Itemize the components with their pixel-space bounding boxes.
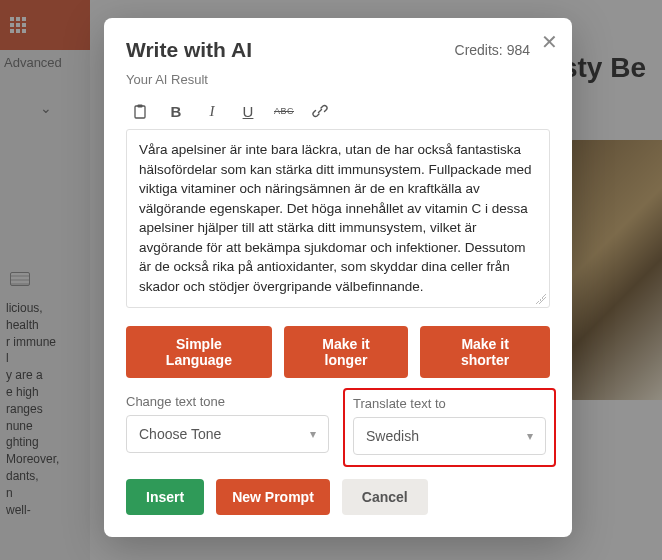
translate-select[interactable]: Swedish ▾ bbox=[353, 417, 546, 455]
underline-button[interactable]: U bbox=[238, 101, 258, 121]
make-shorter-button[interactable]: Make it shorter bbox=[420, 326, 550, 378]
tone-select[interactable]: Choose Tone ▾ bbox=[126, 415, 329, 453]
chevron-down-icon: ▾ bbox=[310, 427, 316, 441]
credits-label: Credits: 984 bbox=[455, 42, 530, 58]
close-icon: ✕ bbox=[541, 31, 558, 53]
ai-result-label: Your AI Result bbox=[126, 72, 550, 87]
translate-highlight: Translate text to Swedish ▾ bbox=[343, 388, 556, 467]
write-with-ai-modal: Write with AI Credits: 984 ✕ Your AI Res… bbox=[104, 18, 572, 537]
close-button[interactable]: ✕ bbox=[541, 32, 558, 52]
chevron-down-icon: ▾ bbox=[527, 429, 533, 443]
tone-select-value: Choose Tone bbox=[139, 426, 221, 442]
bold-button[interactable]: B bbox=[166, 101, 186, 121]
svg-rect-0 bbox=[135, 106, 145, 118]
link-button[interactable] bbox=[310, 101, 330, 121]
italic-button[interactable]: I bbox=[202, 101, 222, 121]
translate-select-value: Swedish bbox=[366, 428, 419, 444]
translate-field-group: Translate text to Swedish ▾ bbox=[347, 394, 550, 459]
make-longer-button[interactable]: Make it longer bbox=[284, 326, 408, 378]
insert-button[interactable]: Insert bbox=[126, 479, 204, 515]
editor-toolbar: B I U ABC bbox=[126, 97, 550, 125]
strikethrough-button[interactable]: ABC bbox=[274, 101, 294, 121]
ai-result-editor[interactable]: Våra apelsiner är inte bara läckra, utan… bbox=[127, 130, 549, 307]
tone-label: Change text tone bbox=[126, 394, 329, 409]
resize-handle-icon[interactable] bbox=[536, 294, 546, 304]
editor-container: Våra apelsiner är inte bara läckra, utan… bbox=[126, 129, 550, 308]
modal-title: Write with AI bbox=[126, 38, 252, 62]
new-prompt-button[interactable]: New Prompt bbox=[216, 479, 330, 515]
svg-rect-1 bbox=[138, 104, 143, 107]
tone-field-group: Change text tone Choose Tone ▾ bbox=[126, 394, 329, 459]
cancel-button[interactable]: Cancel bbox=[342, 479, 428, 515]
simple-language-button[interactable]: Simple Language bbox=[126, 326, 272, 378]
translate-label: Translate text to bbox=[353, 396, 546, 411]
clipboard-icon[interactable] bbox=[130, 101, 150, 121]
